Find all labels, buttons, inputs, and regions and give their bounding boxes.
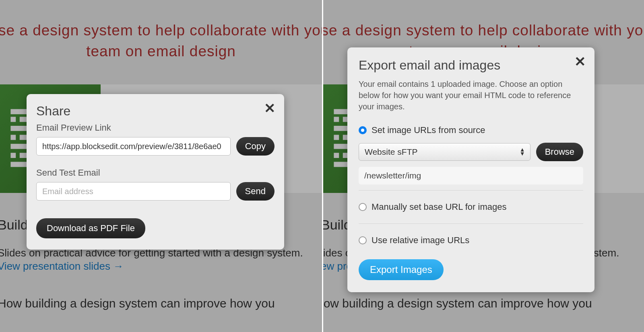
divider [359, 223, 583, 224]
left-pane: Use a design system to help collaborate … [0, 0, 322, 332]
source-select[interactable]: Website sFTP ▲▼ [359, 143, 530, 161]
split-view: Use a design system to help collaborate … [0, 0, 644, 332]
share-title: Share [36, 104, 275, 119]
email-field[interactable] [36, 182, 231, 201]
radio-icon[interactable] [359, 203, 367, 211]
browse-button[interactable]: Browse [536, 143, 583, 161]
select-value: Website sFTP [365, 147, 417, 157]
option2-label: Manually set base URL for images [372, 202, 506, 212]
export-title: Export email and images [359, 58, 583, 73]
send-test-label: Send Test Email [36, 168, 275, 178]
share-modal: ✕ Share Email Preview Link Copy Send Tes… [27, 94, 284, 250]
close-icon[interactable]: ✕ [574, 55, 586, 68]
path-display: /newsletter/img [359, 167, 583, 184]
right-pane: Use a design system to help collaborate … [322, 0, 644, 332]
radio-selected-icon[interactable] [359, 126, 367, 134]
divider [359, 190, 583, 191]
export-modal: ✕ Export email and images Your email con… [347, 47, 594, 292]
option3-label: Use relative image URLs [372, 235, 469, 246]
radio-icon[interactable] [359, 236, 367, 244]
option-manual-base-url[interactable]: Manually set base URL for images [359, 196, 583, 218]
preview-link-label: Email Preview Link [36, 123, 275, 133]
close-icon[interactable]: ✕ [264, 101, 275, 115]
option-relative-urls[interactable]: Use relative image URLs [359, 230, 583, 251]
copy-button[interactable]: Copy [236, 137, 275, 156]
option1-label: Set image URLs from source [372, 125, 485, 135]
option-source-url[interactable]: Set image URLs from source [359, 119, 583, 141]
export-images-button[interactable]: Export Images [359, 259, 444, 280]
preview-link-input[interactable] [36, 137, 231, 156]
export-description: Your email contains 1 uploaded image. Ch… [359, 78, 583, 112]
download-pdf-button[interactable]: Download as PDF File [36, 218, 145, 238]
send-button[interactable]: Send [236, 182, 275, 201]
chevron-up-down-icon: ▲▼ [520, 148, 525, 156]
